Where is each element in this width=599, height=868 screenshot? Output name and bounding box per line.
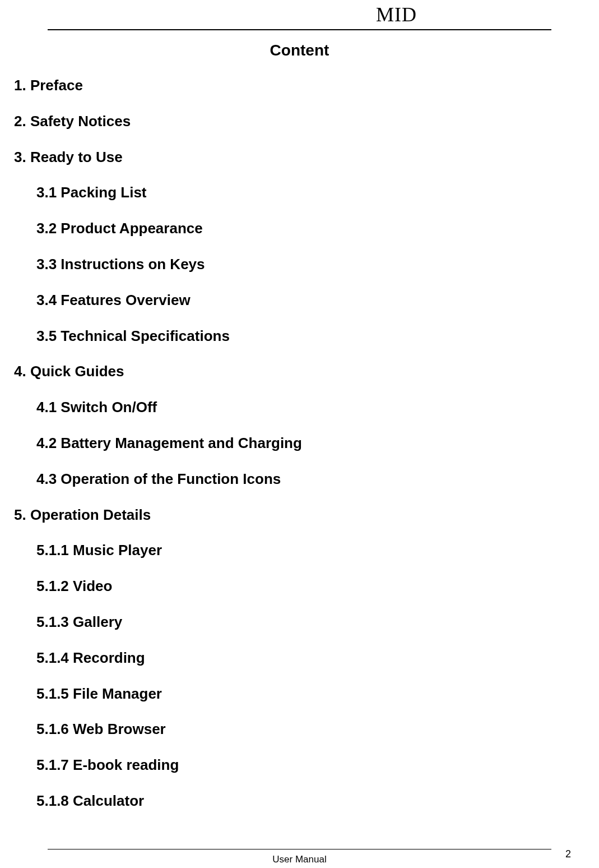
page-number: 2 <box>565 848 571 860</box>
header-divider <box>48 29 551 30</box>
header-brand: MID <box>14 0 585 26</box>
toc-entry: 5.1.2 Video <box>36 577 585 596</box>
toc-entry: 3. Ready to Use <box>14 148 585 167</box>
toc-entry: 4.2 Battery Management and Charging <box>36 434 585 453</box>
toc-entry: 5.1.3 Gallery <box>36 613 585 632</box>
toc-entry: 4. Quick Guides <box>14 362 585 381</box>
table-of-contents: 1. Preface 2. Safety Notices 3. Ready to… <box>14 76 585 811</box>
toc-entry: 4.1 Switch On/Off <box>36 398 585 417</box>
toc-entry: 5.1.5 File Manager <box>36 685 585 704</box>
footer: User Manual 2 <box>0 849 599 868</box>
toc-entry: 3.2 Product Appearance <box>36 219 585 238</box>
toc-entry: 5.1.7 E-book reading <box>36 756 585 775</box>
toc-entry: 5.1.8 Calculator <box>36 792 585 811</box>
toc-entry: 5.1.1 Music Player <box>36 541 585 560</box>
toc-entry: 1. Preface <box>14 76 585 95</box>
toc-entry: 3.3 Instructions on Keys <box>36 255 585 274</box>
footer-divider <box>48 849 551 849</box>
toc-entry: 5. Operation Details <box>14 506 585 525</box>
toc-entry: 3.5 Technical Specifications <box>36 327 585 346</box>
footer-label: User Manual <box>14 854 585 865</box>
toc-entry: 4.3 Operation of the Function Icons <box>36 470 585 489</box>
toc-entry: 3.1 Packing List <box>36 183 585 202</box>
toc-entry: 5.1.6 Web Browser <box>36 720 585 739</box>
content-title: Content <box>14 41 585 59</box>
toc-entry: 2. Safety Notices <box>14 112 585 131</box>
toc-entry: 5.1.4 Recording <box>36 649 585 668</box>
toc-entry: 3.4 Features Overview <box>36 291 585 310</box>
